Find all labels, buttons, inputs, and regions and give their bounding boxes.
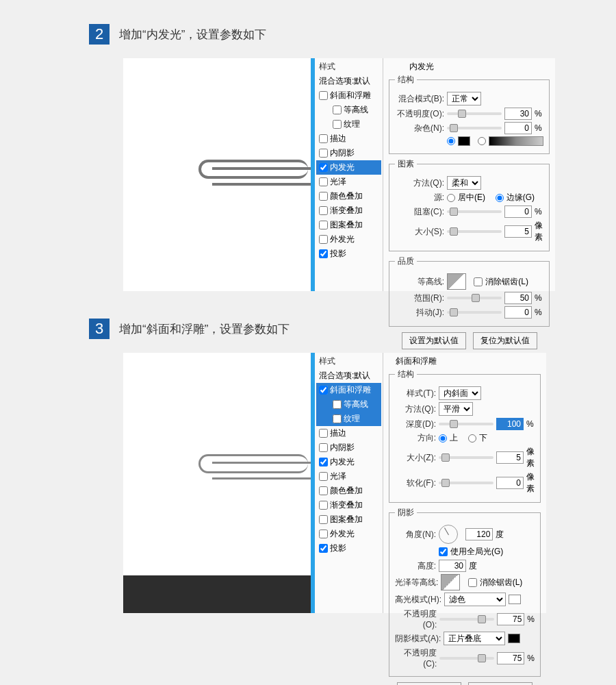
- soften-input[interactable]: [496, 477, 524, 489]
- contour-item[interactable]: 等高线: [316, 103, 381, 117]
- size-slider[interactable]: [447, 230, 502, 233]
- opacity-input[interactable]: [504, 108, 532, 120]
- shadow-color-swatch[interactable]: [508, 634, 520, 643]
- center-radio[interactable]: [447, 194, 455, 202]
- reset-default-button[interactable]: 复位为默认值: [468, 682, 532, 685]
- technique-select[interactable]: 柔和: [447, 176, 481, 190]
- texture-item[interactable]: 纹理: [316, 412, 381, 426]
- range-input[interactable]: [504, 292, 532, 304]
- satin-item[interactable]: 光泽: [316, 469, 381, 484]
- bevel-checkbox[interactable]: [319, 386, 328, 395]
- highlight-color-swatch[interactable]: [509, 595, 521, 604]
- section-inner-glow: 2 增加“内发光”，设置参数如下 样式 混合选项:默认 斜面和浮雕 等高线 纹理…: [89, 24, 527, 291]
- inner-glow-item[interactable]: 内发光: [316, 160, 381, 175]
- satin-item[interactable]: 光泽: [316, 175, 381, 189]
- angle-dial[interactable]: [439, 525, 458, 544]
- color-overlay-item[interactable]: 颜色叠加: [316, 484, 381, 498]
- layer-style-dialog: 样式 混合选项:默认 斜面和浮雕 等高线 纹理 描边 内阴影 内发光 光泽 颜色…: [123, 58, 527, 291]
- stroke-item[interactable]: 描边: [316, 132, 381, 146]
- size-slider[interactable]: [439, 456, 493, 459]
- bevel-checkbox[interactable]: [319, 91, 328, 100]
- canvas-edge: [123, 575, 311, 613]
- gloss-contour-picker[interactable]: [441, 574, 460, 590]
- inner-glow-item[interactable]: 内发光: [316, 455, 381, 469]
- options-panel: 内发光 结构 混合模式(B):正常 不透明度(O):% 杂色(N):% 图素 方…: [383, 58, 555, 291]
- altitude-input[interactable]: [439, 560, 466, 572]
- highlight-mode-select[interactable]: 滤色: [444, 593, 506, 606]
- technique-select[interactable]: 平滑: [439, 402, 473, 416]
- depth-slider[interactable]: [439, 423, 493, 425]
- angle-input[interactable]: [465, 528, 493, 540]
- step-number: 2: [89, 24, 110, 45]
- shadow-opacity-slider[interactable]: [439, 657, 494, 660]
- step-heading: 2 增加“内发光”，设置参数如下: [89, 24, 527, 45]
- styles-list: 样式 混合选项:默认 斜面和浮雕 等高线 纹理 描边 内阴影 内发光 光泽 颜色…: [315, 353, 383, 613]
- contour-picker[interactable]: [447, 273, 466, 290]
- structure-group: 结构 样式(T):内斜面 方法(Q):平滑 深度(D):% 方向:上 下 大小(…: [389, 369, 541, 503]
- inner-shadow-item[interactable]: 内阴影: [316, 146, 381, 160]
- direction-up-radio[interactable]: [439, 434, 447, 443]
- step-title: 增加“斜面和浮雕”，设置参数如下: [119, 321, 290, 337]
- highlight-opacity-input[interactable]: [497, 613, 524, 625]
- panel-title: 内发光: [409, 61, 550, 73]
- gradient-overlay-item[interactable]: 渐变叠加: [316, 203, 381, 218]
- global-light-checkbox[interactable]: [439, 547, 448, 556]
- jitter-input[interactable]: [504, 306, 532, 319]
- section-bevel: 3 增加“斜面和浮雕”，设置参数如下 样式 混合选项:默认 斜面和浮雕 等高线 …: [89, 319, 527, 613]
- choke-slider[interactable]: [447, 210, 502, 213]
- pattern-overlay-item[interactable]: 图案叠加: [316, 218, 381, 232]
- blend-mode-select[interactable]: 正常: [447, 92, 481, 105]
- size-input[interactable]: [496, 451, 524, 464]
- size-input[interactable]: [504, 225, 532, 238]
- outer-glow-item[interactable]: 外发光: [316, 232, 381, 247]
- gradient-radio[interactable]: [478, 137, 486, 145]
- gradient-preview[interactable]: [489, 136, 543, 146]
- reset-default-button[interactable]: 复位为默认值: [473, 332, 537, 349]
- shadow-opacity-input[interactable]: [497, 652, 524, 664]
- pattern-overlay-item[interactable]: 图案叠加: [316, 512, 381, 527]
- styles-list: 样式 混合选项:默认 斜面和浮雕 等高线 纹理 描边 内阴影 内发光 光泽 颜色…: [315, 58, 383, 291]
- drop-shadow-item[interactable]: 投影: [316, 541, 381, 556]
- bevel-emboss-item[interactable]: 斜面和浮雕: [316, 383, 381, 397]
- drop-shadow-item[interactable]: 投影: [316, 247, 381, 261]
- soften-slider[interactable]: [439, 482, 493, 484]
- style-select[interactable]: 内斜面: [439, 386, 481, 400]
- step-number: 3: [89, 319, 110, 339]
- layer-style-dialog: 样式 混合选项:默认 斜面和浮雕 等高线 纹理 描边 内阴影 内发光 光泽 颜色…: [123, 353, 527, 613]
- contour-item[interactable]: 等高线: [316, 397, 381, 412]
- edge-radio[interactable]: [496, 194, 504, 202]
- highlight-opacity-slider[interactable]: [439, 618, 494, 621]
- paperclip-shape: [198, 454, 308, 473]
- styles-header: 样式: [316, 354, 381, 369]
- paperclip-shape: [198, 160, 308, 179]
- anti-alias-checkbox[interactable]: [468, 578, 477, 587]
- make-default-button[interactable]: 设置为默认值: [397, 682, 461, 685]
- preview-canvas: [123, 353, 315, 613]
- blending-options[interactable]: 混合选项:默认: [316, 369, 381, 383]
- direction-down-radio[interactable]: [468, 434, 476, 443]
- range-slider[interactable]: [447, 297, 502, 299]
- depth-input[interactable]: [496, 418, 524, 430]
- noise-input[interactable]: [504, 122, 532, 134]
- anti-alias-checkbox[interactable]: [474, 277, 483, 286]
- noise-slider[interactable]: [447, 127, 502, 129]
- texture-item[interactable]: 纹理: [316, 117, 381, 132]
- jitter-slider[interactable]: [447, 311, 502, 314]
- shadow-mode-select[interactable]: 正片叠底: [444, 632, 505, 645]
- blending-options[interactable]: 混合选项:默认: [316, 74, 381, 88]
- stroke-item[interactable]: 描边: [316, 426, 381, 440]
- elements-group: 图素 方法(Q):柔和 源:居中(E) 边缘(G) 阻塞(C):% 大小(S):…: [389, 158, 550, 251]
- inner-shadow-item[interactable]: 内阴影: [316, 440, 381, 455]
- options-panel: 斜面和浮雕 结构 样式(T):内斜面 方法(Q):平滑 深度(D):% 方向:上…: [383, 353, 546, 613]
- color-radio[interactable]: [447, 137, 455, 145]
- bevel-emboss-item[interactable]: 斜面和浮雕: [316, 88, 381, 103]
- make-default-button[interactable]: 设置为默认值: [402, 332, 466, 349]
- choke-input[interactable]: [504, 206, 532, 218]
- outer-glow-item[interactable]: 外发光: [316, 527, 381, 541]
- panel-title: 斜面和浮雕: [396, 356, 541, 367]
- structure-group: 结构 混合模式(B):正常 不透明度(O):% 杂色(N):%: [389, 74, 550, 154]
- color-overlay-item[interactable]: 颜色叠加: [316, 189, 381, 203]
- color-swatch[interactable]: [458, 136, 470, 146]
- opacity-slider[interactable]: [447, 112, 502, 115]
- gradient-overlay-item[interactable]: 渐变叠加: [316, 498, 381, 512]
